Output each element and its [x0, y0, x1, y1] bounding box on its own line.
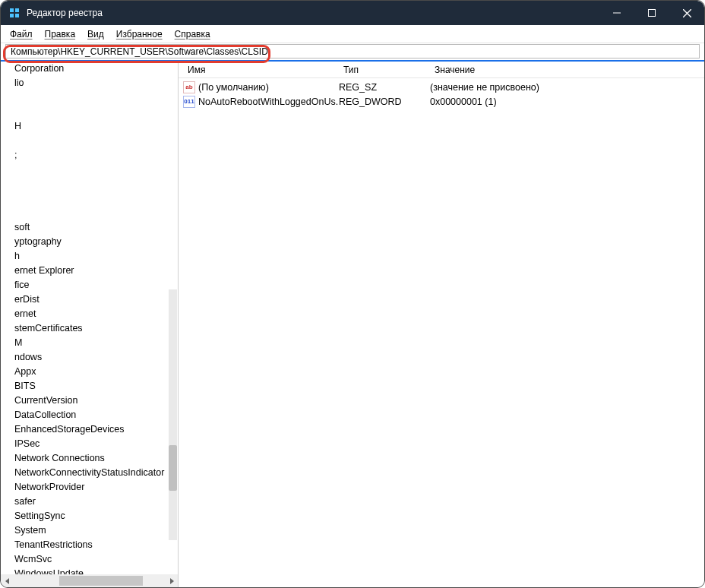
tree-item[interactable]: System	[1, 523, 178, 538]
reg-string-icon: ab	[183, 81, 195, 93]
tree-item[interactable]	[1, 90, 178, 105]
value-cell-name: ab(По умолчанию)	[183, 81, 339, 93]
value-cell-data: 0x00000001 (1)	[430, 96, 704, 107]
scrollbar-hthumb[interactable]	[59, 576, 143, 586]
tree-item[interactable]: WcmSvc	[1, 552, 178, 567]
value-name-text: NoAutoRebootWithLoggedOnUs...	[198, 96, 339, 107]
svg-marker-8	[5, 578, 9, 584]
tree-item[interactable]: SettingSync	[1, 509, 178, 523]
menubar: Файл Правка Вид Избранное Справка	[1, 25, 704, 43]
tree-item[interactable]: NetworkProvider	[1, 480, 178, 495]
scroll-left-icon[interactable]	[1, 574, 14, 587]
tree-item[interactable]: soft	[1, 220, 178, 235]
svg-rect-1	[15, 8, 19, 12]
tree-item[interactable]: ndows	[1, 350, 178, 365]
scrollbar-thumb[interactable]	[169, 445, 177, 491]
svg-rect-5	[649, 10, 656, 17]
menu-help[interactable]: Справка	[169, 27, 217, 41]
svg-rect-2	[10, 14, 14, 17]
tree-item[interactable]	[1, 163, 178, 177]
values-header: Имя Тип Значение	[179, 62, 704, 78]
tree-item[interactable]: yptography	[1, 235, 178, 249]
tree-item[interactable]: H	[1, 119, 178, 134]
tree-item[interactable]: erDist	[1, 292, 178, 307]
value-row[interactable]: ab(По умолчанию)REG_SZ(значение не присв…	[179, 80, 704, 94]
value-cell-data: (значение не присвоено)	[430, 82, 704, 93]
column-type[interactable]: Тип	[339, 63, 430, 77]
tree-item[interactable]	[1, 206, 178, 220]
tree-item[interactable]: ernet Explorer	[1, 264, 178, 278]
scrollbar-track[interactable]	[14, 574, 165, 587]
tree-item[interactable]	[1, 105, 178, 119]
tree-item[interactable]: IPSec	[1, 437, 178, 451]
tree-item[interactable]: WindowsUpdate	[1, 567, 178, 574]
column-value[interactable]: Значение	[430, 63, 704, 77]
tree-item[interactable]: Appx	[1, 365, 178, 379]
values-rows: ab(По умолчанию)REG_SZ(значение не присв…	[179, 78, 704, 109]
value-cell-type: REG_DWORD	[339, 96, 430, 107]
svg-rect-3	[15, 14, 19, 17]
tree-item[interactable]: fice	[1, 278, 178, 292]
values-panel: Имя Тип Значение ab(По умолчанию)REG_SZ(…	[179, 62, 704, 587]
value-name-text: (По умолчанию)	[198, 82, 269, 93]
titlebar[interactable]: Редактор реестра	[1, 1, 704, 25]
tree-item[interactable]: DataCollection	[1, 408, 178, 422]
tree-item[interactable]: safer	[1, 495, 178, 509]
tree-horizontal-scrollbar[interactable]	[1, 574, 178, 587]
addressbar-container	[1, 43, 704, 60]
tree-item[interactable]: h	[1, 249, 178, 264]
tree-item[interactable]: stemCertificates	[1, 321, 178, 336]
tree-item[interactable]: NetworkConnectivityStatusIndicator	[1, 466, 178, 480]
menu-favorites[interactable]: Избранное	[110, 27, 169, 41]
menu-edit[interactable]: Правка	[39, 27, 82, 41]
content-area: CorporationlioH;softyptographyhernet Exp…	[1, 60, 704, 587]
menu-view[interactable]: Вид	[81, 27, 110, 41]
minimize-button[interactable]	[599, 1, 634, 25]
tree-item[interactable]: lio	[1, 76, 178, 90]
tree-item[interactable]	[1, 134, 178, 148]
address-input[interactable]	[5, 44, 700, 58]
menu-file[interactable]: Файл	[4, 27, 39, 41]
tree-item[interactable]: BITS	[1, 379, 178, 394]
tree-item[interactable]: M	[1, 336, 178, 350]
tree-vertical-scrollbar[interactable]	[169, 289, 177, 540]
tree-item[interactable]: ernet	[1, 307, 178, 321]
registry-editor-window: Редактор реестра Файл Правка Вид Избранн…	[0, 0, 705, 588]
tree-item[interactable]: Corporation	[1, 62, 178, 76]
tree-panel: CorporationlioH;softyptographyhernet Exp…	[1, 62, 179, 587]
tree-item[interactable]	[1, 177, 178, 191]
tree-item[interactable]: ;	[1, 148, 178, 163]
value-cell-name: 011NoAutoRebootWithLoggedOnUs...	[183, 96, 339, 108]
tree-scroll[interactable]: CorporationlioH;softyptographyhernet Exp…	[1, 62, 178, 574]
tree-item[interactable]: EnhancedStorageDevices	[1, 422, 178, 437]
value-cell-type: REG_SZ	[339, 82, 430, 93]
close-button[interactable]	[669, 1, 704, 25]
window-title: Редактор реестра	[27, 8, 103, 18]
column-name[interactable]: Имя	[183, 63, 339, 77]
app-icon	[8, 7, 21, 19]
tree-item[interactable]: CurrentVersion	[1, 394, 178, 408]
tree-item[interactable]	[1, 191, 178, 206]
tree-item[interactable]: TenantRestrictions	[1, 538, 178, 552]
maximize-button[interactable]	[634, 1, 669, 25]
svg-marker-9	[170, 578, 174, 584]
value-row[interactable]: 011NoAutoRebootWithLoggedOnUs...REG_DWOR…	[179, 94, 704, 109]
tree-item[interactable]: Network Connections	[1, 451, 178, 466]
reg-dword-icon: 011	[183, 96, 195, 108]
scroll-right-icon[interactable]	[165, 574, 178, 587]
svg-rect-0	[10, 8, 14, 12]
